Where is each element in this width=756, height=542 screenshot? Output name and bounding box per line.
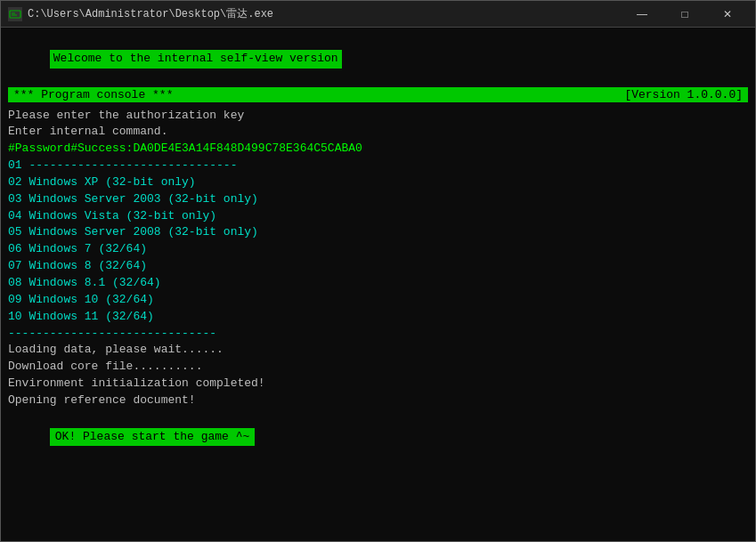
console-line-15: Loading data, please wait...... bbox=[8, 342, 748, 359]
window-title: C:\Users\Administrator\Desktop\雷达.exe bbox=[28, 6, 622, 21]
console-line-4: 01 ------------------------------ bbox=[8, 158, 748, 174]
console-line-17: Environment initialization completed! bbox=[8, 376, 748, 392]
program-bar-left: *** Program console *** bbox=[13, 88, 173, 101]
svg-rect-0 bbox=[10, 11, 20, 18]
console-line-1: Please enter the authorization key bbox=[8, 108, 748, 125]
app-icon bbox=[8, 7, 22, 21]
console-line-2: Enter internal command. bbox=[8, 124, 748, 141]
minimize-button[interactable]: — bbox=[622, 1, 663, 28]
console-line-6: 03 Windows Server 2003 (32-bit only) bbox=[8, 191, 748, 208]
welcome-banner: Welcome to the internal self-view versio… bbox=[8, 33, 748, 87]
console-line-9: 06 Windows 7 (32/64) bbox=[8, 241, 748, 258]
console-line-3: #Password#Success:DA0DE4E3A14F848D499C78… bbox=[8, 141, 748, 158]
title-bar: C:\Users\Administrator\Desktop\雷达.exe — … bbox=[1, 1, 755, 28]
console-line-16: Download core file.......... bbox=[8, 359, 748, 376]
program-bar: *** Program console *** [Version 1.0.0.0… bbox=[8, 87, 748, 102]
console-area: Welcome to the internal self-view versio… bbox=[1, 28, 755, 541]
console-line-8: 05 Windows Server 2008 (32-bit only) bbox=[8, 224, 748, 241]
console-line-18: Opening reference document! bbox=[8, 392, 748, 409]
console-line-14: ------------------------------ bbox=[8, 326, 748, 343]
maximize-button[interactable]: □ bbox=[664, 1, 705, 28]
window: C:\Users\Administrator\Desktop\雷达.exe — … bbox=[0, 0, 756, 542]
console-line-5: 02 Windows XP (32-bit only) bbox=[8, 174, 748, 191]
console-line-10: 07 Windows 8 (32/64) bbox=[8, 258, 748, 275]
close-button[interactable]: ✕ bbox=[707, 1, 748, 28]
console-line-12: 09 Windows 10 (32/64) bbox=[8, 292, 748, 309]
console-line-13: 10 Windows 11 (32/64) bbox=[8, 309, 748, 326]
console-line-7: 04 Windows Vista (32-bit only) bbox=[8, 208, 748, 225]
console-line-11: 08 Windows 8.1 (32/64) bbox=[8, 275, 748, 292]
program-bar-right: [Version 1.0.0.0] bbox=[624, 88, 743, 101]
ok-line: OK! Please start the game ^~ bbox=[8, 409, 748, 464]
window-controls: — □ ✕ bbox=[622, 1, 748, 28]
